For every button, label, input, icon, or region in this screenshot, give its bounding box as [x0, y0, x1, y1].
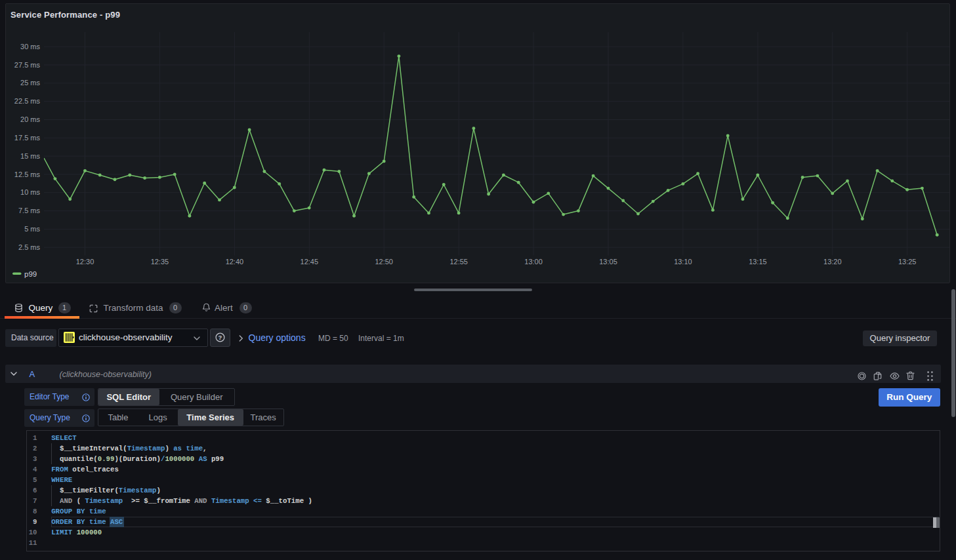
svg-text:12:55: 12:55: [449, 258, 468, 266]
svg-text:13:15: 13:15: [749, 258, 767, 266]
svg-text:13:20: 13:20: [823, 258, 842, 266]
svg-text:30 ms: 30 ms: [20, 43, 40, 50]
svg-text:22.5 ms: 22.5 ms: [14, 97, 41, 105]
svg-text:13:25: 13:25: [898, 258, 917, 266]
svg-text:p99: p99: [24, 270, 37, 278]
svg-text:2.5 ms: 2.5 ms: [18, 243, 41, 251]
svg-text:25 ms: 25 ms: [20, 79, 40, 87]
svg-text:7.5 ms: 7.5 ms: [18, 207, 41, 214]
svg-text:20 ms: 20 ms: [20, 115, 40, 123]
svg-text:12:40: 12:40: [226, 258, 244, 266]
svg-text:12:45: 12:45: [301, 258, 319, 266]
svg-text:12:30: 12:30: [76, 258, 94, 266]
svg-text:27.5 ms: 27.5 ms: [14, 61, 41, 69]
svg-text:15 ms: 15 ms: [20, 152, 40, 160]
svg-text:13:05: 13:05: [599, 258, 617, 266]
svg-text:10 ms: 10 ms: [20, 188, 40, 196]
svg-text:12.5 ms: 12.5 ms: [14, 170, 41, 178]
svg-text:13:10: 13:10: [674, 258, 692, 266]
svg-text:17.5 ms: 17.5 ms: [14, 134, 41, 142]
svg-text:13:00: 13:00: [524, 258, 543, 266]
svg-text:12:35: 12:35: [151, 258, 169, 266]
svg-text:?: ?: [218, 334, 222, 341]
svg-text:5 ms: 5 ms: [24, 225, 40, 233]
svg-text:12:50: 12:50: [375, 258, 393, 266]
